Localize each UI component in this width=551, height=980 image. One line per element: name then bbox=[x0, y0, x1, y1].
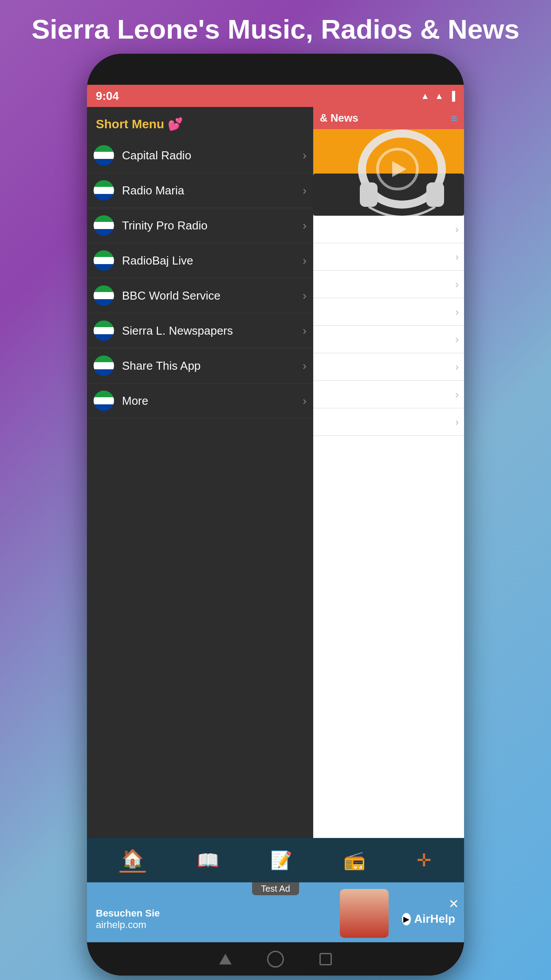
sierra-leone-flag bbox=[94, 145, 114, 166]
sierra-leone-flag bbox=[94, 285, 114, 306]
chevron-right-icon: › bbox=[455, 388, 459, 401]
menu-emoji: 💕 bbox=[168, 117, 183, 131]
chevron-right-icon: › bbox=[455, 306, 459, 318]
page-title-bar: Sierra Leone's Music, Radios & News bbox=[0, 0, 551, 54]
news-list-item[interactable]: › bbox=[313, 271, 464, 298]
chevron-right-icon: › bbox=[303, 359, 307, 373]
bottom-nav: 🏠 📖 📝 📻 ✛ bbox=[87, 838, 464, 882]
ad-text-line2: airhelp.com bbox=[96, 919, 160, 931]
menu-item-label: Trinity Pro Radio bbox=[122, 219, 303, 233]
ad-person-shape bbox=[340, 889, 389, 938]
left-panel: Short Menu 💕 Capital Radio › bbox=[87, 107, 313, 838]
phone-top-bar bbox=[87, 54, 464, 85]
news-list-item[interactable]: › bbox=[313, 326, 464, 353]
chevron-right-icon: › bbox=[303, 184, 307, 198]
news-hero-image bbox=[313, 129, 464, 216]
ad-text-block: Besuchen Sie airhelp.com bbox=[96, 908, 160, 931]
move-icon[interactable]: ✛ bbox=[417, 850, 432, 870]
menu-item-label: Share This App bbox=[122, 359, 303, 373]
news-list-item[interactable]: › bbox=[313, 243, 464, 271]
short-menu-header: Short Menu 💕 bbox=[87, 107, 313, 138]
nav-edit-item[interactable]: 📝 bbox=[270, 850, 292, 871]
signal-icon: ▲ bbox=[435, 91, 444, 101]
menu-item-label: Radio Maria bbox=[122, 184, 303, 198]
recents-button[interactable] bbox=[319, 953, 332, 965]
edit-icon[interactable]: 📝 bbox=[270, 850, 292, 871]
ad-label-tag: Test Ad bbox=[252, 882, 299, 895]
phone-container: 9:04 ▲ ▲ ▐ Short Menu 💕 bbox=[87, 54, 464, 976]
menu-item-label: Sierra L. Newspapers bbox=[122, 324, 303, 338]
right-panel-header: & News ≡ bbox=[313, 107, 464, 129]
sierra-leone-flag bbox=[94, 180, 114, 201]
home-active-indicator bbox=[119, 871, 146, 873]
news-list-item[interactable]: › bbox=[313, 298, 464, 326]
menu-item-label: RadioBaj Live bbox=[122, 254, 303, 268]
sierra-leone-flag bbox=[94, 320, 114, 341]
phone-bottom-bar bbox=[87, 942, 464, 976]
news-list-item[interactable]: › bbox=[313, 353, 464, 381]
chevron-right-icon: › bbox=[455, 361, 459, 373]
chevron-right-icon: › bbox=[303, 394, 307, 408]
svg-rect-4 bbox=[426, 182, 444, 207]
book-icon[interactable]: 📖 bbox=[197, 850, 219, 871]
wifi-icon: ▲ bbox=[421, 91, 429, 101]
status-bar: 9:04 ▲ ▲ ▐ bbox=[87, 85, 464, 107]
news-list: › › › › › › bbox=[313, 216, 464, 838]
menu-item-label: Capital Radio bbox=[122, 149, 303, 162]
radio-icon[interactable]: 📻 bbox=[343, 850, 366, 871]
ad-text-line1: Besuchen Sie bbox=[96, 908, 160, 919]
battery-icon: ▐ bbox=[449, 91, 455, 101]
status-time: 9:04 bbox=[96, 89, 119, 103]
news-header-title: & News bbox=[320, 112, 358, 124]
page-title: Sierra Leone's Music, Radios & News bbox=[31, 14, 520, 44]
sierra-leone-flag bbox=[94, 215, 114, 236]
chevron-right-icon: › bbox=[303, 254, 307, 268]
phone-notch bbox=[253, 54, 298, 67]
nav-radio-item[interactable]: 📻 bbox=[343, 850, 366, 871]
chevron-right-icon: › bbox=[455, 416, 459, 428]
main-content: Short Menu 💕 Capital Radio › bbox=[87, 107, 464, 838]
ad-banner: Test Ad Besuchen Sie airhelp.com ▶ AirHe… bbox=[87, 882, 464, 942]
menu-item[interactable]: More › bbox=[87, 383, 313, 419]
phone-screen: 9:04 ▲ ▲ ▐ Short Menu 💕 bbox=[87, 85, 464, 942]
ad-logo-block: ▶ AirHelp bbox=[402, 912, 455, 926]
hamburger-icon[interactable]: ≡ bbox=[451, 111, 457, 125]
news-list-item[interactable]: › bbox=[313, 216, 464, 243]
sierra-leone-flag bbox=[94, 391, 114, 411]
menu-item[interactable]: Capital Radio › bbox=[87, 138, 313, 173]
news-list-item[interactable]: › bbox=[313, 408, 464, 436]
chevron-right-icon: › bbox=[303, 149, 307, 162]
svg-rect-3 bbox=[360, 182, 378, 207]
sierra-leone-flag bbox=[94, 250, 114, 271]
menu-list: Capital Radio › Radio Maria › bbox=[87, 138, 313, 419]
chevron-right-icon: › bbox=[455, 223, 459, 236]
nav-move-item[interactable]: ✛ bbox=[417, 850, 432, 870]
right-panel: & News ≡ bbox=[313, 107, 464, 838]
airhelp-logo-icon: ▶ bbox=[402, 913, 411, 925]
menu-item[interactable]: Share This App › bbox=[87, 348, 313, 383]
news-list-item[interactable]: › bbox=[313, 381, 464, 408]
menu-item[interactable]: Radio Maria › bbox=[87, 173, 313, 208]
chevron-right-icon: › bbox=[303, 324, 307, 338]
headphones-visual bbox=[313, 129, 464, 216]
chevron-right-icon: › bbox=[455, 333, 459, 346]
menu-item[interactable]: Sierra L. Newspapers › bbox=[87, 313, 313, 348]
ad-close-button[interactable]: ✕ bbox=[449, 897, 459, 911]
airhelp-logo-text: AirHelp bbox=[414, 912, 455, 926]
home-circle-button[interactable] bbox=[267, 951, 284, 968]
menu-item[interactable]: RadioBaj Live › bbox=[87, 243, 313, 278]
menu-item-label: BBC World Service bbox=[122, 289, 303, 303]
back-button[interactable] bbox=[219, 954, 232, 964]
chevron-right-icon: › bbox=[303, 219, 307, 233]
sierra-leone-flag bbox=[94, 356, 114, 376]
chevron-right-icon: › bbox=[455, 278, 459, 291]
home-icon[interactable]: 🏠 bbox=[122, 848, 144, 869]
menu-item-label: More bbox=[122, 394, 303, 408]
nav-book-item[interactable]: 📖 bbox=[197, 850, 219, 871]
nav-home-item[interactable]: 🏠 bbox=[119, 848, 146, 873]
menu-item[interactable]: Trinity Pro Radio › bbox=[87, 208, 313, 243]
status-icons: ▲ ▲ ▐ bbox=[421, 91, 455, 101]
chevron-right-icon: › bbox=[455, 251, 459, 263]
chevron-right-icon: › bbox=[303, 289, 307, 303]
menu-item[interactable]: BBC World Service › bbox=[87, 278, 313, 313]
